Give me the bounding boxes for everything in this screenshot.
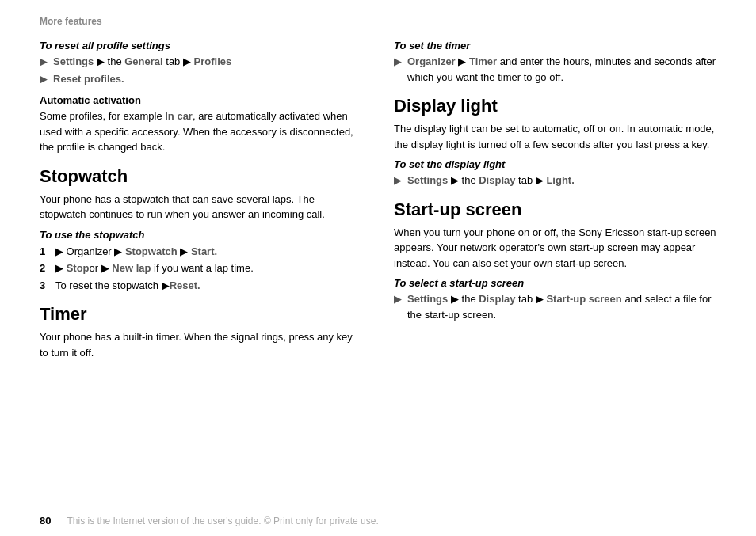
select-startup-text: Settings ▶ the Display tab ▶ Start-up sc… — [407, 291, 716, 322]
stopwatch-step-1: 1 ▶ Organizer ▶ Stopwatch ▶ Start. — [40, 244, 362, 260]
reset-profiles-section: To reset all profile settings ▶ Settings… — [40, 40, 362, 86]
stopwatch-body: Your phone has a stopwatch that can save… — [40, 192, 362, 222]
set-timer-text: Organizer ▶ Timer and enter the hours, m… — [407, 54, 716, 85]
timer-heading: Timer — [40, 304, 362, 325]
use-stopwatch-title: To use the stopwatch — [40, 229, 362, 241]
bullet-arrow-icon: ▶ — [40, 54, 51, 70]
stopwatch-steps: 1 ▶ Organizer ▶ Stopwatch ▶ Start. 2 ▶ S… — [40, 244, 362, 294]
header-label: More features — [40, 16, 102, 27]
set-timer-line: ▶ Organizer ▶ Timer and enter the hours,… — [394, 54, 716, 85]
page-number: 80 — [40, 515, 51, 526]
set-timer-title: To set the timer — [394, 40, 716, 51]
set-display-light-line: ▶ Settings ▶ the Display tab ▶ Light. — [394, 173, 716, 188]
stopwatch-step-3: 3 To reset the stopwatch ▶Reset. — [40, 278, 362, 294]
reset-profiles-line1: ▶ Settings ▶ the General tab ▶ Profiles — [40, 54, 362, 70]
auto-activation-section: Automatic activation Some profiles, for … — [40, 94, 362, 155]
display-light-section: Display light The display light can be s… — [394, 96, 716, 188]
page-footer: 80 This is the Internet version of the u… — [40, 515, 716, 526]
reset-profiles-line1-text: Settings ▶ the General tab ▶ Profiles — [53, 54, 231, 70]
bullet-arrow-icon2: ▶ — [40, 71, 51, 87]
reset-profiles-line2: ▶ Reset profiles. — [40, 71, 362, 87]
startup-screen-section: Start-up screen When you turn your phone… — [394, 200, 716, 323]
display-light-heading: Display light — [394, 96, 716, 116]
timer-section: Timer Your phone has a built-in timer. W… — [40, 304, 362, 360]
auto-activation-body: Some profiles, for example In car, are a… — [40, 108, 362, 155]
startup-screen-heading: Start-up screen — [394, 200, 716, 220]
timer-body: Your phone has a built-in timer. When th… — [40, 329, 362, 360]
left-column: To reset all profile settings ▶ Settings… — [40, 40, 362, 367]
select-startup-title: To select a start-up screen — [394, 277, 716, 289]
bullet-arrow-icon4: ▶ — [394, 173, 405, 188]
startup-screen-body: When you turn your phone on or off, the … — [394, 225, 716, 272]
two-column-layout: To reset all profile settings ▶ Settings… — [40, 40, 716, 367]
display-light-body: The display light can be set to automati… — [394, 121, 716, 152]
stopwatch-step-2: 2 ▶ Stopor ▶ New lap if you want a lap t… — [40, 260, 362, 276]
page-header: More features — [40, 16, 716, 27]
set-display-light-title: To set the display light — [394, 158, 716, 170]
set-display-light-text: Settings ▶ the Display tab ▶ Light. — [407, 173, 575, 188]
stopwatch-heading: Stopwatch — [40, 166, 362, 187]
auto-activation-heading: Automatic activation — [40, 94, 362, 106]
stopwatch-section: Stopwatch Your phone has a stopwatch tha… — [40, 166, 362, 294]
select-startup-line: ▶ Settings ▶ the Display tab ▶ Start-up … — [394, 291, 716, 322]
bullet-arrow-icon5: ▶ — [394, 291, 405, 307]
page: More features To reset all profile setti… — [0, 0, 756, 536]
bullet-arrow-icon3: ▶ — [394, 54, 405, 70]
right-column: To set the timer ▶ Organizer ▶ Timer and… — [394, 40, 716, 367]
footer-note: This is the Internet version of the user… — [67, 515, 378, 526]
set-timer-section: To set the timer ▶ Organizer ▶ Timer and… — [394, 40, 716, 85]
reset-profiles-title: To reset all profile settings — [40, 40, 362, 51]
reset-profiles-link: Reset profiles. — [53, 71, 124, 87]
